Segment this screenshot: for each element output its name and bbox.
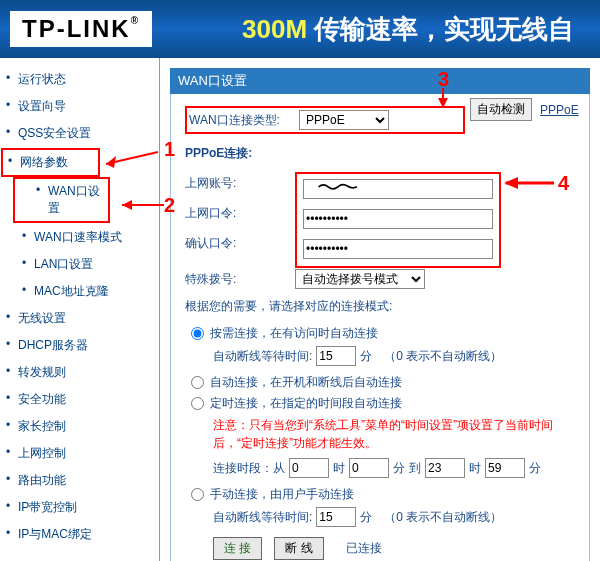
panel-title: WAN口设置 [170, 68, 590, 94]
sidebar-item-bandwidth[interactable]: IP带宽控制 [0, 494, 159, 521]
sidebar-item-wizard[interactable]: 设置向导 [0, 93, 159, 120]
period-m2[interactable] [485, 458, 525, 478]
confirm-label: 确认口令: [185, 235, 295, 252]
sidebar-item-dhcp[interactable]: DHCP服务器 [0, 332, 159, 359]
sidebar-item-security[interactable]: 安全功能 [0, 386, 159, 413]
account-label: 上网账号: [185, 175, 295, 192]
radio-auto-label: 自动连接，在开机和断线后自动连接 [210, 374, 402, 391]
sidebar-item-forward[interactable]: 转发规则 [0, 359, 159, 386]
sidebar-item-wan-speed[interactable]: WAN口速率模式 [0, 224, 159, 251]
period-h2[interactable] [425, 458, 465, 478]
tagline: 300M 传输速率，实现无线自 [242, 12, 574, 47]
app-header: TP-LINK® 300M 传输速率，实现无线自 [0, 0, 600, 58]
sidebar-item-qss[interactable]: QSS安全设置 [0, 120, 159, 147]
dial-select[interactable]: 自动选择拨号模式 [295, 269, 425, 289]
credentials-highlight [295, 172, 501, 268]
logo: TP-LINK® [10, 11, 152, 47]
disconnect-button[interactable]: 断 线 [274, 537, 323, 560]
sidebar-item-status[interactable]: 运行状态 [0, 66, 159, 93]
radio-timed[interactable] [191, 397, 204, 410]
idle-input-1[interactable] [316, 346, 356, 366]
mode-note: 根据您的需要，请选择对应的连接模式: [185, 298, 575, 315]
radio-ondemand-label: 按需连接，在有访问时自动连接 [210, 325, 378, 342]
connect-button[interactable]: 连 接 [213, 537, 262, 560]
period-m1[interactable] [349, 458, 389, 478]
radio-auto[interactable] [191, 376, 204, 389]
sidebar-item-network[interactable]: 网络参数 [2, 149, 99, 176]
sidebar-item-wan[interactable]: WAN口设置 [14, 178, 109, 222]
timed-warning: 注意：只有当您到“系统工具”菜单的“时间设置”项设置了当前时间后，“定时连接”功… [213, 416, 575, 452]
radio-manual[interactable] [191, 488, 204, 501]
radio-manual-label: 手动连接，由用户手动连接 [210, 486, 354, 503]
sidebar-item-parental[interactable]: 家长控制 [0, 413, 159, 440]
conn-type-select[interactable]: PPPoE [299, 110, 389, 130]
period-h1[interactable] [289, 458, 329, 478]
pppoe-header: PPPoE连接: [185, 145, 295, 162]
sidebar-item-ipmac[interactable]: IP与MAC绑定 [0, 521, 159, 548]
radio-ondemand[interactable] [191, 327, 204, 340]
auto-detect-button[interactable]: 自动检测 [470, 98, 532, 121]
sidebar-item-access[interactable]: 上网控制 [0, 440, 159, 467]
sidebar-item-mac[interactable]: MAC地址克隆 [0, 278, 159, 305]
conn-type-label: WAN口连接类型: [189, 112, 299, 129]
idle-input-2[interactable] [316, 507, 356, 527]
sidebar: 运行状态 设置向导 QSS安全设置 网络参数 WAN口设置 WAN口速率模式 L… [0, 58, 160, 561]
radio-timed-label: 定时连接，在指定的时间段自动连接 [210, 395, 402, 412]
conn-status: 已连接 [346, 540, 382, 557]
main-panel: WAN口设置 WAN口连接类型: PPPoE 自动检测 PPPoE PPPoE连… [160, 58, 600, 561]
idle-label: 自动断线等待时间: [213, 348, 312, 365]
confirm-input[interactable] [303, 239, 493, 259]
password-label: 上网口令: [185, 205, 295, 222]
sidebar-item-route[interactable]: 路由功能 [0, 467, 159, 494]
idle-hint: （0 表示不自动断线） [384, 348, 502, 365]
password-input[interactable] [303, 209, 493, 229]
sidebar-item-lan[interactable]: LAN口设置 [0, 251, 159, 278]
sidebar-item-wireless[interactable]: 无线设置 [0, 305, 159, 332]
dial-label: 特殊拨号: [185, 271, 295, 288]
pppoe-link[interactable]: PPPoE [540, 103, 579, 117]
